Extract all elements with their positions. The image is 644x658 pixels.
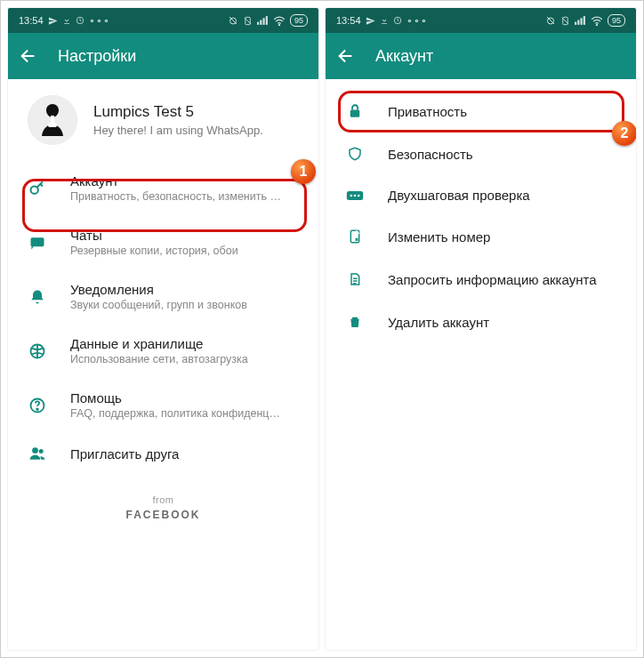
settings-item-notifications[interactable]: Уведомления Звуки сообщений, групп и зво… (8, 269, 318, 324)
download-icon (380, 16, 389, 25)
item-label: Безопасность (388, 147, 473, 162)
svg-point-28 (354, 194, 357, 197)
phone-account: 13:54 ∘∘∘ 95 Аккаунт (326, 8, 636, 650)
lock-icon (345, 102, 365, 120)
bell-icon (28, 288, 47, 306)
svg-rect-5 (262, 18, 264, 25)
svg-point-24 (596, 24, 597, 25)
wifi-icon (591, 16, 603, 26)
svg-point-7 (278, 24, 279, 25)
settings-item-invite[interactable]: Пригласить друга (8, 432, 318, 475)
svg-point-27 (350, 194, 353, 197)
app-bar: Аккаунт (326, 33, 636, 79)
profile-row[interactable]: Lumpics Test 5 Hey there! I am using Wha… (8, 79, 318, 161)
svg-point-15 (32, 447, 38, 453)
status-more: ∘∘∘ (89, 15, 110, 27)
svg-rect-23 (584, 16, 585, 25)
item-label: Запросить информацию аккаунта (388, 272, 596, 287)
svg-rect-22 (580, 18, 582, 25)
account-item-twostep[interactable]: Двухшаговая проверка (326, 175, 636, 215)
svg-rect-6 (266, 16, 268, 25)
data-icon (28, 342, 47, 360)
page-title: Настройки (58, 47, 136, 66)
settings-item-data[interactable]: Данные и хранилище Использование сети, а… (8, 324, 318, 378)
account-item-security[interactable]: Безопасность (326, 132, 636, 175)
svg-point-16 (39, 449, 44, 453)
telegram-icon (366, 16, 375, 26)
svg-rect-25 (350, 110, 360, 117)
dots-icon (345, 189, 365, 202)
arrow-left-icon (19, 46, 38, 66)
svg-rect-11 (31, 237, 44, 246)
item-label: Чаты (70, 228, 238, 243)
item-sublabel: Приватность, безопасность, изменить номе… (70, 190, 284, 203)
clock-icon (76, 16, 85, 25)
settings-item-chats[interactable]: Чаты Резервные копии, история, обои (8, 215, 318, 269)
item-label: Пригласить друга (70, 446, 179, 461)
account-item-privacy[interactable]: Приватность (326, 90, 636, 132)
item-label: Изменить номер (388, 229, 490, 245)
item-label: Помощь (70, 390, 284, 405)
battery-indicator: 95 (608, 14, 625, 27)
status-bar: 13:54 ∘∘∘ 95 (326, 8, 636, 33)
chat-icon (28, 234, 47, 252)
help-icon (28, 397, 47, 414)
account-item-request-info[interactable]: Запросить информацию аккаунта (326, 258, 636, 301)
item-label: Двухшаговая проверка (388, 188, 530, 203)
wifi-icon (273, 16, 286, 26)
account-item-delete[interactable]: Удалить аккаунт (326, 301, 636, 343)
trash-icon (345, 313, 365, 331)
account-item-change-number[interactable]: Изменить номер (326, 215, 636, 258)
item-label: Удалить аккаунт (388, 315, 489, 330)
profile-status: Hey there! I am using WhatsApp. (93, 124, 263, 137)
signal-icon (257, 16, 269, 25)
svg-rect-9 (51, 116, 54, 123)
arrow-left-icon (336, 46, 356, 66)
profile-name: Lumpics Test 5 (93, 103, 263, 121)
alarm-off-icon (545, 15, 556, 26)
footer-brand: FACEBOOK (8, 509, 318, 521)
clock-icon (393, 16, 402, 25)
back-button[interactable] (336, 46, 356, 66)
telegram-icon (48, 16, 58, 26)
item-label: Уведомления (70, 282, 247, 297)
svg-rect-21 (577, 20, 579, 24)
status-more: ∘∘∘ (407, 15, 428, 27)
key-icon (28, 180, 47, 197)
item-sublabel: Резервные копии, история, обои (70, 245, 238, 257)
item-sublabel: FAQ, поддержка, политика конфиденциальн.… (70, 407, 284, 420)
svg-point-29 (358, 194, 360, 197)
app-bar: Настройки (8, 33, 318, 79)
svg-rect-20 (575, 22, 576, 25)
svg-rect-3 (257, 22, 259, 25)
page-title: Аккаунт (375, 47, 433, 66)
settings-item-account[interactable]: Аккаунт Приватность, безопасность, измен… (8, 161, 318, 215)
settings-item-help[interactable]: Помощь FAQ, поддержка, политика конфиден… (8, 378, 318, 432)
shield-icon (345, 145, 365, 163)
people-icon (28, 445, 47, 462)
footer-from: from (8, 494, 318, 505)
phone-settings: 13:54 ∘∘∘ 95 Настройки (8, 8, 318, 650)
item-sublabel: Звуки сообщений, групп и звонков (70, 299, 247, 311)
nosim-icon (243, 16, 253, 26)
download-icon (62, 16, 71, 25)
alarm-off-icon (228, 15, 238, 26)
avatar (28, 95, 77, 145)
sim-icon (345, 228, 365, 245)
battery-indicator: 95 (290, 14, 308, 27)
status-bar: 13:54 ∘∘∘ 95 (8, 8, 318, 33)
signal-icon (575, 16, 586, 25)
status-time: 13:54 (19, 15, 44, 26)
doc-icon (345, 270, 365, 288)
svg-point-14 (36, 408, 38, 410)
item-label: Аккаунт (70, 173, 284, 189)
back-button[interactable] (19, 46, 38, 66)
item-sublabel: Использование сети, автозагрузка (70, 353, 248, 365)
footer: from FACEBOOK (8, 494, 318, 521)
nosim-icon (560, 16, 570, 26)
status-time: 13:54 (336, 15, 361, 26)
svg-rect-4 (260, 20, 262, 24)
item-label: Данные и хранилище (70, 336, 248, 351)
item-label: Приватность (388, 104, 467, 119)
